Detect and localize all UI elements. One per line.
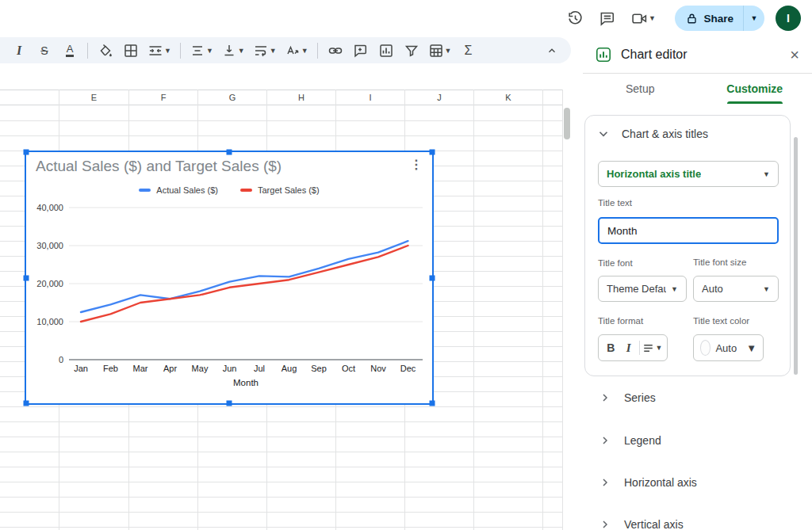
app-window: ▼ Share ▼ I ISA▼▼▼▼▼▼Σ EFGHIJK Actual Sa…	[0, 0, 812, 530]
grid-scrollbar[interactable]	[564, 108, 570, 139]
comments-icon[interactable]	[594, 6, 619, 31]
svg-text:Jul: Jul	[254, 364, 265, 373]
svg-text:Feb: Feb	[103, 364, 118, 373]
vertical-align-icon[interactable]: ▼	[220, 40, 247, 61]
horizontal-align-icon[interactable]: ▼	[188, 40, 215, 61]
fill-color-icon[interactable]	[95, 40, 116, 61]
title-format-group: B I ▼	[598, 334, 668, 361]
embedded-chart[interactable]: Actual Sales ($) and Target Sales ($) ⋮ …	[25, 151, 434, 405]
avatar[interactable]: I	[776, 6, 801, 31]
resize-handle[interactable]	[24, 275, 29, 280]
section-horizontal-axis[interactable]: Horizontal axis	[583, 469, 805, 496]
column-header[interactable]: F	[129, 90, 198, 105]
chart-axis-titles-section: Chart & axis titles Horizontal axis titl…	[584, 115, 791, 376]
panel-scrollbar[interactable]	[794, 137, 798, 375]
app-header: ▼ Share ▼ I	[555, 0, 812, 36]
column-header[interactable]	[543, 90, 563, 105]
resize-handle[interactable]	[430, 401, 435, 406]
svg-text:Jan: Jan	[74, 364, 88, 373]
panel-title: Chart editor	[621, 48, 780, 62]
insert-comment-icon[interactable]	[350, 40, 371, 61]
share-button-group: Share ▼	[675, 6, 764, 31]
section-header-chart-axis-titles[interactable]: Chart & axis titles	[596, 127, 708, 141]
resize-handle[interactable]	[430, 275, 435, 280]
column-header[interactable]: H	[267, 90, 336, 105]
section-legend[interactable]: Legend	[583, 427, 805, 454]
chevron-down-icon: ▼	[763, 170, 770, 178]
svg-text:Mar: Mar	[133, 364, 148, 373]
chart-editor-icon	[596, 47, 611, 63]
column-header[interactable]: K	[474, 90, 543, 105]
resize-handle[interactable]	[24, 150, 29, 155]
svg-text:Sep: Sep	[311, 364, 327, 373]
svg-text:20,000: 20,000	[36, 279, 63, 288]
chevron-down-icon: ▼	[270, 47, 277, 55]
svg-text:Aug: Aug	[282, 364, 297, 373]
create-filter-icon[interactable]	[401, 40, 422, 61]
title-font-size-dropdown[interactable]: Auto ▼	[693, 276, 779, 302]
text-wrap-icon[interactable]: ▼	[251, 40, 278, 61]
text-rotation-icon[interactable]: ▼	[283, 40, 310, 61]
functions-icon[interactable]: Σ	[458, 40, 479, 61]
align-icon[interactable]: ▼	[642, 337, 664, 358]
chevron-down-icon: ▼	[649, 14, 656, 22]
chevron-down-icon: ▼	[746, 342, 756, 354]
column-header[interactable]: J	[405, 90, 474, 105]
tab-setup[interactable]: Setup	[583, 74, 698, 104]
resize-handle[interactable]	[24, 401, 29, 406]
italic-icon[interactable]: I	[9, 40, 29, 61]
section-vertical-axis[interactable]: Vertical axis	[583, 511, 805, 530]
version-history-icon[interactable]	[562, 6, 588, 31]
divider	[180, 43, 181, 59]
tab-customize[interactable]: Customize	[698, 74, 812, 104]
resize-handle[interactable]	[227, 150, 232, 155]
divider	[639, 341, 640, 355]
panel-tabs: Setup Customize	[583, 74, 812, 104]
title-format-label: Title format	[598, 316, 643, 326]
title-text-label: Title text	[598, 198, 632, 208]
column-header[interactable]: I	[336, 90, 405, 105]
chevron-right-icon	[599, 434, 611, 447]
column-header[interactable]: G	[198, 90, 267, 105]
italic-icon[interactable]: I	[619, 337, 637, 358]
svg-text:30,000: 30,000	[36, 241, 63, 250]
insert-chart-icon[interactable]	[376, 40, 396, 61]
strikethrough-icon[interactable]: S	[34, 40, 55, 61]
title-font-size-label: Title font size	[693, 257, 746, 267]
text-color-icon[interactable]: A	[59, 40, 80, 61]
chevron-down-icon: ▼	[445, 47, 452, 55]
column-header[interactable]	[0, 90, 59, 105]
close-icon[interactable]: ×	[790, 47, 799, 63]
divider	[317, 43, 318, 59]
title-text-input[interactable]	[598, 217, 779, 244]
chart-plot: 010,00020,00030,00040,000JanFebMarAprMay…	[26, 152, 435, 406]
svg-text:Oct: Oct	[342, 364, 355, 373]
bold-icon[interactable]: B	[602, 337, 619, 358]
title-font-dropdown[interactable]: Theme Defaul… ▼	[598, 276, 687, 302]
axis-title-selector[interactable]: Horizontal axis title ▼	[598, 161, 779, 187]
title-text-color-dropdown[interactable]: Auto ▼	[693, 334, 764, 361]
chevron-down-icon: ▼	[301, 47, 308, 55]
chevron-down-icon: ▼	[763, 285, 770, 293]
toolbar-items: ISA▼▼▼▼▼▼Σ	[6, 37, 481, 63]
divider	[87, 43, 88, 59]
column-header[interactable]: E	[59, 90, 129, 105]
svg-text:Nov: Nov	[370, 364, 386, 373]
resize-handle[interactable]	[227, 401, 232, 406]
svg-text:0: 0	[59, 355, 63, 364]
merge-cells-icon[interactable]: ▼	[146, 40, 173, 61]
meet-camera-icon[interactable]: ▼	[626, 6, 661, 31]
insert-link-icon[interactable]	[325, 40, 346, 61]
chart-editor-panel: Chart editor × Setup Customize Chart & a…	[583, 36, 812, 530]
panel-header: Chart editor ×	[596, 45, 799, 64]
share-dropdown-button[interactable]: ▼	[743, 6, 764, 31]
chevron-down-icon: ▼	[671, 285, 678, 293]
collapse-toolbar-icon[interactable]	[541, 40, 563, 61]
table-views-icon[interactable]: ▼	[427, 40, 454, 61]
chevron-down-icon: ▼	[238, 47, 245, 55]
share-button[interactable]: Share	[675, 6, 743, 31]
resize-handle[interactable]	[430, 150, 435, 155]
borders-icon[interactable]	[121, 40, 141, 61]
section-series[interactable]: Series	[583, 384, 805, 411]
chevron-down-icon: ▼	[206, 47, 213, 55]
